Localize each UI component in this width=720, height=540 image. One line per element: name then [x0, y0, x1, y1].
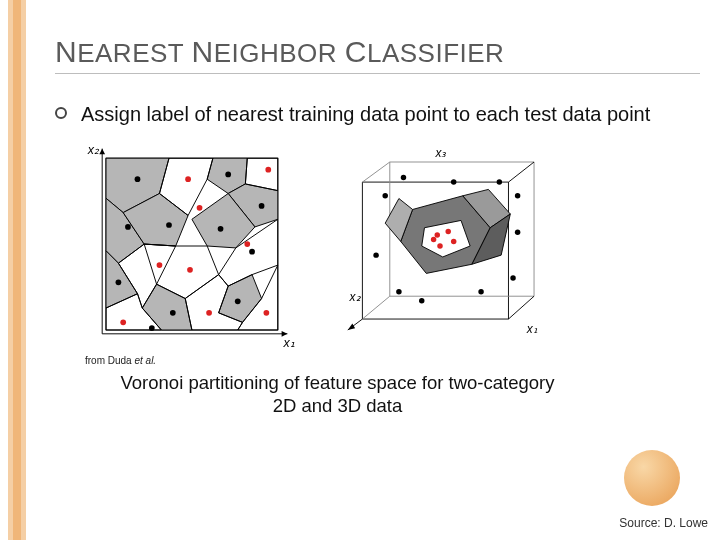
- svg-point-35: [157, 262, 163, 268]
- source-credit: Source: D. Lowe: [619, 516, 708, 530]
- accent-bar-inner: [13, 0, 21, 540]
- svg-point-65: [419, 298, 424, 303]
- figure-area: x₁ x₂: [85, 141, 700, 351]
- svg-marker-9: [142, 284, 192, 330]
- circle-decoration-icon: [624, 450, 680, 506]
- svg-marker-3: [99, 149, 105, 155]
- svg-point-62: [478, 289, 483, 294]
- svg-point-28: [225, 172, 231, 178]
- title-letter: N: [55, 35, 77, 68]
- title-letter: N: [191, 35, 213, 68]
- svg-point-29: [259, 203, 265, 209]
- svg-point-22: [135, 176, 141, 182]
- svg-point-59: [497, 179, 502, 184]
- axis-x2-label: x₂: [87, 143, 100, 157]
- svg-point-37: [265, 167, 271, 173]
- title-letter: C: [345, 35, 367, 68]
- figure-credit-em: et al.: [134, 355, 156, 366]
- page-title: NEAREST NEIGHBOR CLASSIFIER: [55, 35, 700, 74]
- svg-line-43: [508, 296, 534, 319]
- title-word: EIGHBOR: [214, 38, 345, 68]
- axis-x1-label: x₁: [283, 336, 295, 350]
- svg-point-60: [515, 230, 520, 235]
- svg-point-55: [451, 239, 456, 244]
- svg-point-40: [264, 310, 270, 316]
- svg-marker-47: [348, 324, 355, 330]
- svg-point-36: [244, 241, 250, 247]
- svg-point-32: [249, 249, 255, 255]
- svg-point-25: [116, 279, 122, 285]
- svg-point-33: [185, 176, 191, 182]
- svg-point-31: [149, 325, 155, 331]
- axis-x2-label-3d: x₂: [349, 290, 362, 304]
- svg-point-66: [510, 275, 515, 280]
- title-word: LASSIFIER: [367, 38, 504, 68]
- svg-point-56: [437, 243, 442, 248]
- svg-point-39: [206, 310, 212, 316]
- svg-point-68: [515, 193, 520, 198]
- bullet-icon: [55, 107, 67, 119]
- svg-point-41: [197, 205, 203, 211]
- svg-point-54: [445, 229, 450, 234]
- svg-point-30: [218, 226, 224, 232]
- svg-line-45: [362, 162, 389, 182]
- svg-point-27: [235, 299, 241, 305]
- voronoi-3d-figure: x₁ x₂ x₃: [335, 141, 545, 351]
- svg-point-57: [431, 237, 436, 242]
- svg-point-58: [382, 193, 387, 198]
- bullet-item: Assign label of nearest training data po…: [55, 102, 700, 127]
- axis-x3-label-3d: x₃: [434, 146, 447, 160]
- title-word: EAREST: [77, 38, 191, 68]
- bullet-text: Assign label of nearest training data po…: [81, 102, 650, 127]
- figure-credit-prefix: from Duda: [85, 355, 134, 366]
- svg-point-34: [187, 267, 193, 273]
- svg-point-24: [166, 222, 172, 228]
- svg-point-53: [435, 232, 440, 237]
- svg-point-26: [170, 310, 176, 316]
- voronoi-2d-figure: x₁ x₂: [85, 141, 295, 351]
- svg-point-63: [373, 252, 378, 257]
- svg-point-38: [120, 320, 126, 326]
- figure-caption: Voronoi partitioning of feature space fo…: [55, 372, 700, 417]
- svg-point-67: [401, 175, 406, 180]
- svg-point-61: [396, 289, 401, 294]
- axis-x1-label-3d: x₁: [526, 322, 538, 336]
- figure-credit: from Duda et al.: [85, 355, 700, 366]
- svg-point-23: [125, 224, 131, 230]
- svg-line-42: [362, 296, 389, 319]
- svg-point-64: [451, 179, 456, 184]
- svg-line-44: [508, 162, 534, 182]
- slide-body: NEAREST NEIGHBOR CLASSIFIER Assign label…: [55, 35, 700, 520]
